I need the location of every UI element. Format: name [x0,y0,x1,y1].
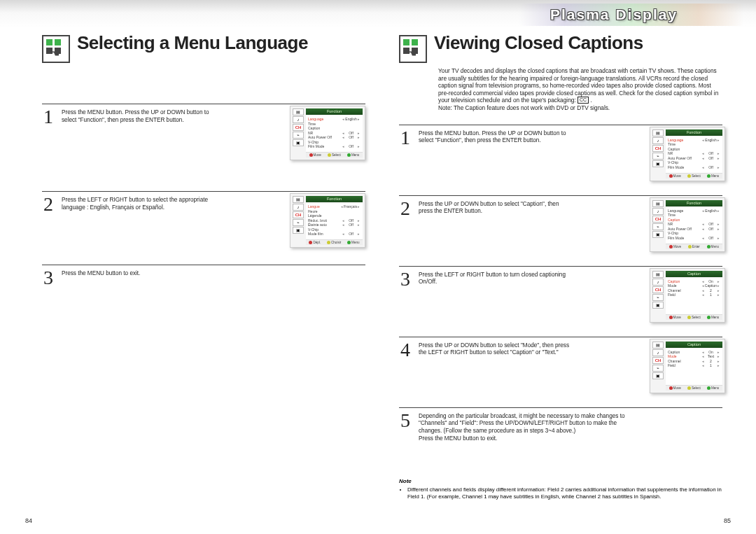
cc-icon: CC [578,97,589,104]
screenshot: ▤♪CH⌁▣ Function Language◂English▸TimeCap… [290,106,365,160]
section-icon: ☚ [399,35,427,63]
intro-paragraph: Your TV decodes and displays the closed … [438,67,722,112]
note-text: Different channels and fields display di… [407,486,722,500]
right-page: ☚ Viewing Closed Captions Your TV decode… [399,34,722,520]
page-number-right: 85 [724,517,731,524]
step-text: Depending on the particular broadcast, i… [419,411,629,443]
step-text: Press the LEFT or RIGHT button to select… [62,195,216,211]
step-text: Press the UP or DOWN button to select "C… [419,199,573,216]
step-number: 1 [399,128,412,148]
screenshot: ▤♪CH⌁▣ Caption Caption◂On▸Mode◂Caption▸C… [650,268,725,323]
step-number: 2 [399,199,412,218]
screenshot: ▤♪CH⌁▣ Fonction Langue◂Français▸HeureLég… [290,193,365,248]
note-label: Note [399,478,412,484]
step-number: 3 [42,268,55,288]
screenshot: ▤♪CH⌁▣ Caption Caption◂On▸Mode◂Text▸Chan… [650,339,725,393]
step-number: 4 [399,340,412,360]
step-text: Press the MENU button. Press the UP or D… [62,107,216,124]
screenshot: ▤♪CH⌁▣ Function Language◂English▸TimeCap… [650,197,725,252]
screenshot: ▤♪CH⌁▣ Function Language◂English▸TimeCap… [650,127,725,181]
left-title: Selecting a Menu Language [77,34,308,52]
page-number-left: 84 [25,517,32,524]
left-page: ☚ Selecting a Menu Language 1 Press the … [42,34,365,520]
step-number: 2 [42,195,55,214]
right-title: Viewing Closed Captions [434,34,722,52]
step-number: 1 [42,107,55,127]
step-text: Press the UP or DOWN button to select "M… [419,340,573,357]
hand-icon: ☚ [408,48,419,59]
hand-icon: ☚ [51,48,62,59]
step-number: 3 [399,269,412,289]
step-text: Press the MENU button to exit. [62,268,216,278]
step-text: Press the MENU button. Press the UP or D… [419,128,573,145]
section-icon: ☚ [42,35,70,63]
step-number: 5 [399,411,412,430]
note-block: Note Different channels and fields displ… [399,478,722,501]
step-text: Press the LEFT or RIGHT button to turn c… [419,269,573,286]
